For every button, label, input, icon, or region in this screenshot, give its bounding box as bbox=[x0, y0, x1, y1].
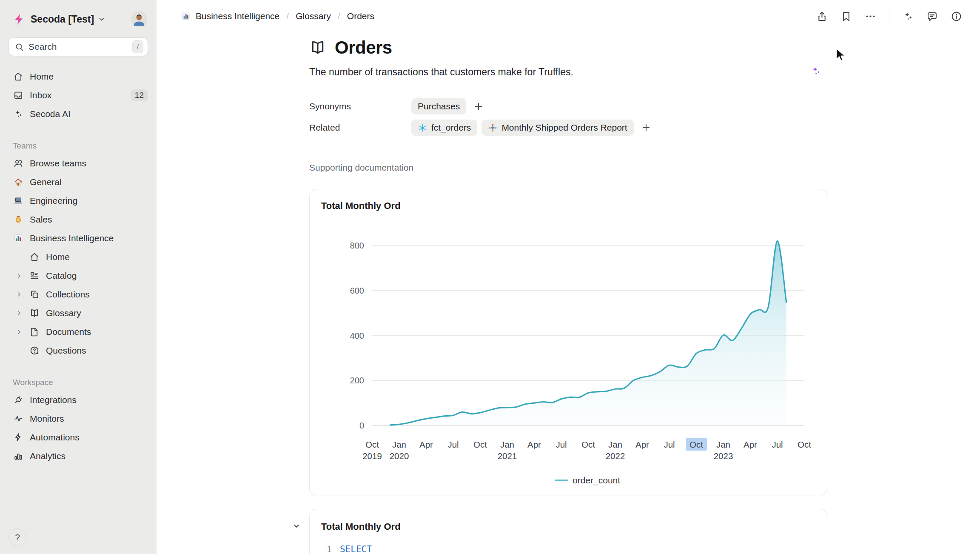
barchart-emoji-icon bbox=[181, 11, 191, 21]
sidebar-item-label: Engineering bbox=[30, 196, 77, 206]
sidebar-item-label: Documents bbox=[46, 327, 91, 337]
svg-text:2022: 2022 bbox=[606, 451, 625, 461]
plus-icon[interactable] bbox=[473, 101, 484, 112]
sidebar-item-bi-collections[interactable]: Collections bbox=[0, 285, 157, 304]
book-icon bbox=[29, 308, 40, 318]
svg-text:Jul: Jul bbox=[447, 440, 459, 449]
svg-text:Apr: Apr bbox=[527, 440, 541, 449]
sql-query-card: Total Monthly Ord 1 SELECT 2 DATE_TRUNC(… bbox=[309, 509, 827, 554]
supporting-documentation-label: Supporting documentation bbox=[309, 163, 827, 173]
plus-icon[interactable] bbox=[641, 122, 652, 133]
sidebar-item-label: General bbox=[30, 177, 62, 187]
bookmark-icon[interactable] bbox=[840, 11, 852, 22]
svg-text:Jan: Jan bbox=[716, 440, 730, 449]
inbox-count-badge: 12 bbox=[131, 89, 148, 101]
bolt-icon bbox=[13, 432, 24, 443]
related-label: Related bbox=[309, 123, 411, 133]
svg-text:400: 400 bbox=[350, 331, 364, 340]
page-description[interactable]: The number of transactions that customer… bbox=[309, 66, 573, 78]
ai-description-sparkle-icon[interactable] bbox=[810, 66, 821, 77]
synonym-pill[interactable]: Purchases bbox=[411, 98, 466, 114]
catalog-icon bbox=[29, 271, 40, 281]
secoda-logo-icon bbox=[13, 13, 26, 26]
sidebar-item-home[interactable]: Home bbox=[0, 67, 157, 86]
share-icon[interactable] bbox=[816, 11, 828, 22]
svg-text:Apr: Apr bbox=[744, 440, 757, 449]
svg-text:Jul: Jul bbox=[772, 440, 783, 449]
svg-text:Oct: Oct bbox=[798, 440, 811, 449]
sidebar-item-business-intelligence[interactable]: Business Intelligence bbox=[0, 229, 157, 248]
svg-text:0: 0 bbox=[359, 421, 364, 430]
analytics-icon bbox=[13, 451, 24, 461]
svg-text:$: $ bbox=[17, 218, 20, 222]
section-divider bbox=[309, 148, 827, 148]
breadcrumb-item-glossary[interactable]: Glossary bbox=[296, 11, 331, 21]
toolbar-divider bbox=[889, 10, 889, 22]
sidebar-item-bi-catalog[interactable]: Catalog bbox=[0, 266, 157, 285]
info-icon[interactable] bbox=[951, 11, 962, 22]
sidebar-item-analytics[interactable]: Analytics bbox=[0, 447, 157, 465]
ai-sparkles-icon[interactable] bbox=[902, 11, 914, 22]
svg-text:Jan: Jan bbox=[608, 440, 622, 449]
chevron-down-icon bbox=[97, 15, 106, 23]
document-icon bbox=[29, 327, 40, 337]
sidebar-item-label: Secoda AI bbox=[30, 109, 71, 119]
workspace-header[interactable]: Secoda [Test] bbox=[0, 0, 157, 36]
user-avatar[interactable] bbox=[131, 11, 147, 27]
svg-text:600: 600 bbox=[350, 286, 364, 295]
sidebar-item-inbox[interactable]: Inbox12 bbox=[0, 86, 157, 105]
home-icon bbox=[13, 71, 24, 82]
main-area: Business Intelligence/Glossary/Orders Or… bbox=[157, 0, 980, 554]
synonyms-row: Synonyms Purchases bbox=[309, 97, 827, 116]
related-pill[interactable]: fct_orders bbox=[411, 120, 477, 136]
sql-code-block[interactable]: 1 SELECT 2 DATE_TRUNC('month', ordered_a… bbox=[310, 543, 827, 554]
sidebar-item-label: Analytics bbox=[30, 451, 66, 461]
related-pill[interactable]: Monthly Shipped Orders Report bbox=[481, 120, 633, 136]
sidebar-item-engineering[interactable]: Engineering bbox=[0, 191, 157, 210]
breadcrumb: Business Intelligence/Glossary/Orders bbox=[181, 11, 374, 21]
sidebar-item-label: Home bbox=[46, 252, 70, 262]
breadcrumb-item-orders[interactable]: Orders bbox=[347, 11, 374, 21]
workspace-name: Secoda [Test] bbox=[31, 14, 94, 25]
synonyms-label: Synonyms bbox=[309, 101, 411, 111]
svg-text:Apr: Apr bbox=[419, 440, 433, 449]
svg-text:Jul: Jul bbox=[664, 440, 675, 449]
search-input[interactable]: Search / bbox=[9, 37, 148, 56]
sidebar-item-secoda-ai[interactable]: Secoda AI bbox=[0, 105, 157, 123]
sidebar-item-bi-questions[interactable]: Questions bbox=[0, 341, 157, 360]
activity-icon bbox=[13, 414, 24, 424]
sidebar-item-bi-documents[interactable]: Documents bbox=[0, 323, 157, 341]
sidebar-item-monitors[interactable]: Monitors bbox=[0, 409, 157, 428]
sparkles-icon bbox=[13, 109, 24, 119]
sidebar-item-label: Home bbox=[30, 71, 54, 82]
sidebar-item-sales[interactable]: $Sales bbox=[0, 210, 157, 229]
sidebar-item-label: Business Intelligence bbox=[30, 233, 114, 243]
collapse-chevron-icon[interactable] bbox=[292, 521, 301, 531]
sidebar-item-label: Glossary bbox=[46, 308, 81, 318]
svg-text:Oct: Oct bbox=[581, 440, 595, 449]
sidebar-item-general[interactable]: General bbox=[0, 173, 157, 191]
sidebar-item-bi-home[interactable]: Home bbox=[0, 248, 157, 266]
sidebar-item-browse-teams[interactable]: Browse teams bbox=[0, 154, 157, 173]
help-button[interactable]: ? bbox=[9, 528, 26, 546]
page-title: Orders bbox=[335, 37, 392, 58]
svg-text:2023: 2023 bbox=[714, 451, 733, 461]
sidebar-item-automations[interactable]: Automations bbox=[0, 428, 157, 447]
sidebar-item-label: Collections bbox=[46, 289, 90, 300]
ellipsis-icon[interactable] bbox=[865, 11, 876, 22]
svg-text:Oct: Oct bbox=[473, 440, 487, 449]
svg-text:800: 800 bbox=[350, 241, 364, 250]
sidebar-item-bi-glossary[interactable]: Glossary bbox=[0, 304, 157, 323]
orders-area-chart[interactable]: 0200400600800Oct2019Jan2020AprJulOctJan2… bbox=[310, 189, 827, 495]
comment-icon[interactable] bbox=[926, 11, 938, 22]
question-chat-icon bbox=[29, 346, 40, 356]
collections-icon bbox=[29, 289, 40, 300]
breadcrumb-separator: / bbox=[286, 11, 289, 21]
people-icon bbox=[13, 158, 24, 168]
svg-text:Oct: Oct bbox=[689, 440, 703, 449]
svg-text:Apr: Apr bbox=[635, 440, 649, 449]
sidebar-item-integrations[interactable]: Integrations bbox=[0, 391, 157, 409]
sidebar-item-label: Inbox bbox=[30, 90, 51, 100]
breadcrumb-item-business-intelligence[interactable]: Business Intelligence bbox=[181, 11, 279, 21]
search-shortcut-key: / bbox=[132, 40, 143, 53]
